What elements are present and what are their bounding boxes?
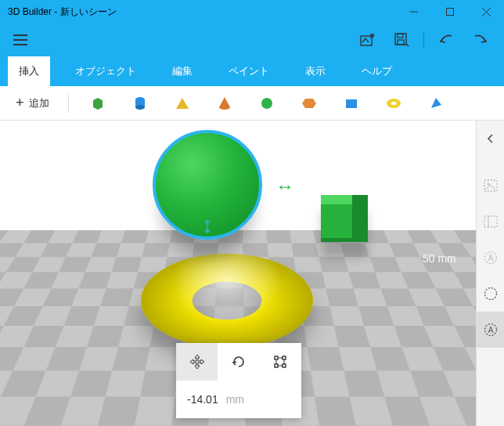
mode-circle-icon xyxy=(484,287,498,301)
svg-rect-26 xyxy=(484,216,497,227)
svg-point-30 xyxy=(484,288,496,300)
tab-insert[interactable]: 挿入 xyxy=(8,56,50,86)
move-x-handle[interactable]: ↔ xyxy=(275,175,294,197)
tab-paint[interactable]: ペイント xyxy=(218,56,280,86)
add-label: 追加 xyxy=(29,96,49,110)
scale-mode-button[interactable] xyxy=(260,343,301,381)
measure-right: 50 mm xyxy=(423,252,456,265)
mode-photo-icon xyxy=(484,179,498,192)
measure-top: 100 mm xyxy=(250,133,290,146)
separator xyxy=(68,94,69,113)
svg-rect-8 xyxy=(398,40,404,45)
svg-rect-16 xyxy=(275,356,278,359)
cone-shape[interactable] xyxy=(207,88,243,119)
separator xyxy=(423,32,424,48)
mode-circle-a-button[interactable]: A xyxy=(477,240,505,276)
redo-icon xyxy=(472,33,489,47)
plus-icon: + xyxy=(16,95,24,111)
svg-rect-19 xyxy=(283,364,286,367)
object-torus[interactable] xyxy=(141,254,313,348)
object-cube[interactable] xyxy=(321,195,368,242)
chevron-left-icon xyxy=(486,134,495,143)
svg-rect-17 xyxy=(283,356,286,359)
svg-point-11 xyxy=(135,105,145,110)
svg-rect-6 xyxy=(395,34,406,45)
canvas-3d[interactable]: 100 mm 0 mm 50 mm ↕ ↔ -14.01 xyxy=(0,121,476,426)
svg-rect-7 xyxy=(398,34,403,38)
mode-split-icon xyxy=(484,215,498,228)
svg-text:A: A xyxy=(488,254,493,262)
pyramid-shape[interactable] xyxy=(164,88,200,119)
cube-shape[interactable] xyxy=(80,88,116,119)
tab-view[interactable]: 表示 xyxy=(294,56,337,86)
transform-panel: -14.01 mm xyxy=(176,343,301,418)
object-sphere-selected[interactable]: ↕ xyxy=(153,130,262,240)
rotate-icon xyxy=(231,354,247,370)
select-label[interactable]: 選択 xyxy=(484,410,498,426)
close-button[interactable] xyxy=(468,0,504,23)
move-z-handle[interactable]: ↕ xyxy=(202,211,214,238)
svg-rect-18 xyxy=(275,364,278,367)
transform-value[interactable]: -14.01 xyxy=(187,393,218,406)
add-button[interactable]: + 追加 xyxy=(8,89,57,117)
tab-object[interactable]: オブジェクト xyxy=(64,56,147,86)
hexagon-shape[interactable] xyxy=(291,88,327,119)
menu-button[interactable] xyxy=(6,34,34,45)
move-mode-button[interactable] xyxy=(176,343,218,381)
svg-rect-1 xyxy=(447,9,454,16)
svg-point-12 xyxy=(261,98,272,109)
mode-circle-a2-icon: A xyxy=(484,323,498,337)
sphere-shape[interactable] xyxy=(249,88,285,119)
save-button[interactable] xyxy=(384,23,419,56)
scale-icon xyxy=(272,354,288,370)
svg-rect-13 xyxy=(346,99,357,108)
mode-circle-a2-button[interactable]: A xyxy=(477,312,505,348)
svg-text:A: A xyxy=(488,326,493,334)
move-icon xyxy=(189,354,205,370)
svg-point-25 xyxy=(487,183,489,186)
save-icon xyxy=(394,32,409,48)
minimize-button[interactable] xyxy=(396,0,432,23)
undo-button[interactable] xyxy=(429,23,463,56)
mode-photo-button[interactable] xyxy=(477,168,505,204)
svg-point-15 xyxy=(391,101,396,104)
mode-circle-button[interactable] xyxy=(477,276,505,312)
maximize-button[interactable] xyxy=(432,0,468,23)
transform-unit: mm xyxy=(226,393,244,406)
import-button[interactable] xyxy=(350,23,384,56)
right-sidebar: A A 選択 xyxy=(476,121,504,426)
undo-icon xyxy=(437,33,455,47)
window-title: 3D Builder - 新しいシーン xyxy=(8,5,396,19)
tab-edit[interactable]: 編集 xyxy=(161,56,203,86)
torus-shape[interactable] xyxy=(376,88,412,119)
rotate-mode-button[interactable] xyxy=(218,343,259,381)
mode-circle-a-icon: A xyxy=(484,251,498,265)
redo-button[interactable] xyxy=(463,23,498,56)
titlebar: 3D Builder - 新しいシーン xyxy=(0,0,504,23)
command-bar xyxy=(0,23,504,56)
tab-bar: 挿入 オブジェクト 編集 ペイント 表示 ヘルプ xyxy=(0,56,504,86)
sidebar-collapse-button[interactable] xyxy=(477,121,505,157)
tab-help[interactable]: ヘルプ xyxy=(351,56,403,86)
cylinder-shape[interactable] xyxy=(122,88,158,119)
import-icon xyxy=(359,33,375,47)
tetra-shape[interactable] xyxy=(418,88,454,119)
wedge-shape[interactable] xyxy=(333,88,369,119)
shape-toolbar: + 追加 xyxy=(0,86,504,121)
viewport: 100 mm 0 mm 50 mm ↕ ↔ -14.01 xyxy=(0,121,504,426)
mode-split-button[interactable] xyxy=(477,204,505,240)
